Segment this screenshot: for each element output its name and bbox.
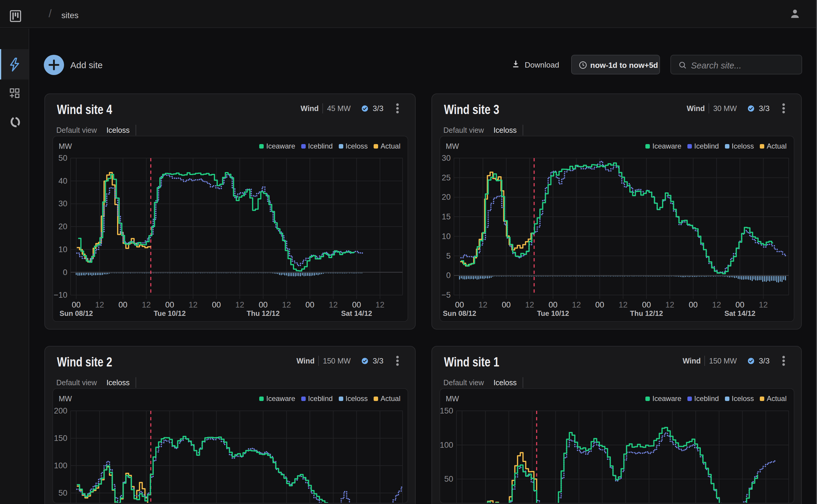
svg-text:00: 00 [259, 300, 268, 309]
svg-text:Sat 14/12: Sat 14/12 [724, 309, 755, 317]
svg-text:00: 00 [735, 300, 744, 309]
svg-text:12: 12 [759, 300, 768, 309]
svg-text:00: 00 [548, 300, 557, 309]
svg-text:12: 12 [329, 300, 338, 309]
svg-text:12: 12 [188, 300, 197, 309]
svg-text:10: 10 [442, 232, 450, 241]
svg-text:10: 10 [58, 245, 67, 254]
svg-text:−10: −10 [54, 291, 67, 299]
svg-text:0: 0 [446, 271, 450, 280]
svg-text:12: 12 [142, 300, 151, 309]
svg-text:200: 200 [54, 406, 67, 415]
svg-text:12: 12 [375, 300, 384, 309]
svg-text:12: 12 [619, 300, 628, 309]
svg-text:00: 00 [118, 300, 127, 309]
svg-text:20: 20 [442, 193, 450, 202]
svg-text:40: 40 [58, 177, 67, 185]
svg-text:00: 00 [212, 300, 221, 309]
svg-text:00: 00 [455, 300, 464, 309]
svg-text:00: 00 [689, 300, 698, 309]
svg-text:00: 00 [305, 300, 314, 309]
svg-text:5: 5 [446, 252, 450, 260]
svg-text:25: 25 [442, 173, 450, 182]
svg-text:100: 100 [440, 441, 453, 450]
svg-text:12: 12 [572, 300, 581, 309]
svg-text:12: 12 [478, 300, 487, 309]
svg-text:15: 15 [442, 212, 450, 221]
svg-text:00: 00 [352, 300, 361, 309]
svg-text:Thu 12/12: Thu 12/12 [247, 309, 280, 317]
svg-text:0: 0 [63, 268, 67, 277]
svg-text:50: 50 [58, 489, 67, 497]
svg-text:20: 20 [58, 222, 67, 231]
svg-text:50: 50 [58, 154, 67, 163]
svg-text:150: 150 [440, 406, 453, 415]
svg-text:−5: −5 [442, 291, 451, 299]
svg-text:12: 12 [665, 300, 674, 309]
svg-text:00: 00 [165, 300, 174, 309]
svg-text:50: 50 [444, 475, 453, 483]
svg-text:150: 150 [54, 434, 67, 443]
svg-text:00: 00 [595, 300, 604, 309]
svg-text:Sun 08/12: Sun 08/12 [60, 309, 93, 317]
svg-text:Sat 14/12: Sat 14/12 [341, 309, 372, 317]
svg-text:Tue 10/12: Tue 10/12 [154, 309, 186, 317]
svg-text:00: 00 [72, 300, 81, 309]
svg-text:00: 00 [502, 300, 511, 309]
svg-text:12: 12 [712, 300, 721, 309]
svg-text:00: 00 [642, 300, 651, 309]
svg-text:12: 12 [282, 300, 291, 309]
svg-text:12: 12 [95, 300, 104, 309]
svg-text:100: 100 [54, 461, 67, 470]
svg-text:Sun 08/12: Sun 08/12 [443, 309, 476, 317]
svg-text:Thu 12/12: Thu 12/12 [630, 309, 663, 317]
svg-text:Tue 10/12: Tue 10/12 [537, 309, 569, 317]
svg-text:12: 12 [525, 300, 534, 309]
svg-text:30: 30 [58, 199, 67, 208]
svg-text:12: 12 [236, 300, 244, 309]
svg-text:30: 30 [442, 154, 450, 163]
